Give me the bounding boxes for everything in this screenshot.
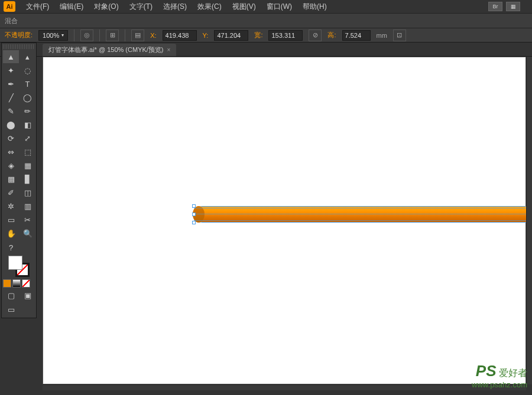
magic-wand-tool[interactable]: ✦ [3,64,19,77]
watermark-url: www.psahz.com [472,380,527,389]
canvas[interactable] [43,57,526,384]
blend-tool[interactable]: ◫ [20,186,35,199]
opacity-label: 不透明度: [5,31,33,40]
align-icon[interactable]: ▤ [131,30,144,41]
w-input[interactable] [268,30,303,41]
rotate-tool[interactable]: ⟳ [3,132,19,145]
style-icon[interactable]: ◎ [80,30,93,41]
slice-tool[interactable]: ✂ [20,213,35,226]
screen-mode-full[interactable]: ▣ [20,289,35,302]
pen-tool[interactable]: ✒ [3,77,19,90]
ellipse-tool[interactable]: ◯ [20,91,35,104]
menu-window[interactable]: 窗口(W) [262,1,297,13]
menu-effect[interactable]: 效果(C) [193,1,226,13]
selection-handle[interactable] [192,213,196,216]
tab-close-icon[interactable]: × [167,47,171,53]
menu-view[interactable]: 视图(V) [228,1,261,13]
arrange-docs-button[interactable]: ▦ [506,2,520,11]
opacity-dropdown[interactable]: 100% [38,30,68,41]
screen-mode-toggle[interactable]: ▭ [3,302,19,316]
direct-selection-tool[interactable]: ▴ [20,50,35,63]
divider [99,30,100,41]
x-input[interactable] [163,30,197,41]
artboard-tool[interactable]: ▭ [3,213,19,226]
bridge-button[interactable]: Br [488,2,502,11]
selected-tube-shape[interactable] [194,206,532,223]
shape-builder-tool[interactable]: ◈ [3,159,19,172]
symbol-sprayer-tool[interactable]: ✲ [3,200,19,213]
guide-line [194,208,532,208]
menu-file[interactable]: 文件(F) [21,1,54,13]
fill-stroke-swatch[interactable] [8,256,30,277]
lasso-tool[interactable]: ◌ [20,64,35,77]
h-input[interactable] [342,30,371,41]
free-transform-tool[interactable]: ⬚ [20,145,35,158]
menu-bar: Ai 文件(F) 编辑(E) 对象(O) 文字(T) 选择(S) 效果(C) 视… [0,0,532,13]
type-tool[interactable]: T [20,77,35,90]
watermark-text: 爱好者 [499,368,527,378]
gradient-tool[interactable]: ▊ [20,172,35,185]
unit-label: mm [377,32,387,39]
mesh-tool[interactable]: ▩ [3,172,19,185]
none-swatch[interactable] [22,279,30,288]
selection-handle[interactable] [192,221,196,224]
paintbrush-tool[interactable]: ✎ [3,105,19,117]
vertical-scrollbar[interactable] [526,57,532,384]
divider [125,30,125,41]
tab-title: 灯管字体临摹.ai* @ 150% (CMYK/预览) [48,45,164,54]
watermark-ps: PS [476,362,497,380]
w-label: 宽: [254,31,262,40]
guide-line [194,220,532,221]
divider [74,30,74,41]
y-input[interactable] [214,30,248,41]
selection-tool[interactable]: ▲ [3,50,19,63]
color-mode-row [3,278,35,289]
eyedropper-tool[interactable]: ✐ [3,186,19,199]
x-label: X: [150,32,156,39]
blob-brush-tool[interactable]: ⬤ [3,118,19,131]
options-bar: 混合 [0,13,532,28]
color-swatch[interactable] [3,279,11,288]
document-tab-bar: 灯管字体临摹.ai* @ 150% (CMYK/预览) × [0,43,532,57]
selection-handle[interactable] [192,204,196,208]
watermark: PS 爱好者 www.psahz.com [472,362,527,389]
h-label: 高: [327,31,336,40]
graph-tool[interactable]: ▥ [20,200,35,213]
menu-object[interactable]: 对象(O) [89,1,123,13]
menu-help[interactable]: 帮助(H) [298,1,332,13]
line-tool[interactable]: ╱ [3,91,19,104]
width-tool[interactable]: ⇔ [3,145,19,158]
link-wh-icon[interactable]: ⊘ [309,30,322,41]
horizontal-scrollbar[interactable] [43,384,526,390]
blend-mode-label: 混合 [5,17,18,25]
screen-mode-normal[interactable]: ▢ [3,289,19,302]
perspective-tool[interactable]: ▦ [20,159,35,172]
document-tab[interactable]: 灯管字体临摹.ai* @ 150% (CMYK/预览) × [43,44,176,56]
control-bar: 不透明度: 100% ◎ ⊞ ▤ X: Y: 宽: ⊘ 高: mm ⊡ [0,28,532,43]
panel-grip[interactable] [3,44,35,49]
menu-type[interactable]: 文字(T) [125,1,157,13]
y-label: Y: [203,32,209,39]
help-tool[interactable]: ? [3,240,19,254]
fill-color[interactable] [8,256,22,270]
scale-tool[interactable]: ⤢ [20,132,35,145]
hand-tool[interactable]: ✋ [3,227,19,240]
eraser-tool[interactable]: ◧ [20,118,35,131]
guide-line [194,214,532,214]
app-logo: Ai [4,1,15,12]
gradient-swatch[interactable] [12,279,21,288]
zoom-tool[interactable]: 🔍 [20,227,35,240]
pencil-tool[interactable]: ✏ [20,105,35,117]
menu-edit[interactable]: 编辑(E) [55,1,88,13]
recolor-icon[interactable]: ⊞ [106,30,119,41]
constrain-icon[interactable]: ⊡ [393,30,406,41]
toolbox: ▲ ▴ ✦ ◌ ✒ T ╱ ◯ ✎ ✏ ⬤ ◧ ⟳ ⤢ ⇔ ⬚ ◈ ▦ ▩ ▊ … [1,43,37,318]
menu-select[interactable]: 选择(S) [158,1,192,13]
